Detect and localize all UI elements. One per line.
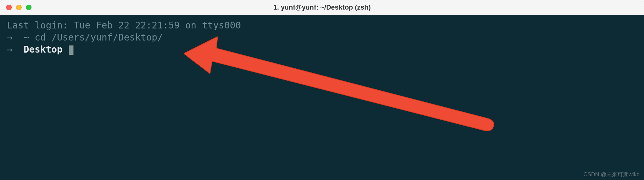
prompt-arrow-icon: → bbox=[7, 32, 12, 43]
window-title: 1. yunf@yunf: ~/Desktop (zsh) bbox=[273, 3, 370, 11]
terminal-window: 1. yunf@yunf: ~/Desktop (zsh) Last login… bbox=[0, 0, 644, 180]
last-login-line: Last login: Tue Feb 22 22:21:59 on ttys0… bbox=[7, 19, 637, 31]
command-line-1: → ~ cd /Users/yunf/Desktop/ bbox=[7, 31, 637, 43]
current-directory: Desktop bbox=[23, 44, 62, 55]
titlebar: 1. yunf@yunf: ~/Desktop (zsh) bbox=[0, 0, 644, 15]
minimize-icon[interactable] bbox=[16, 5, 22, 10]
command-text: cd /Users/yunf/Desktop/ bbox=[35, 32, 163, 43]
terminal-body[interactable]: Last login: Tue Feb 22 22:21:59 on ttys0… bbox=[0, 15, 644, 180]
command-line-2: → Desktop bbox=[7, 43, 637, 55]
maximize-icon[interactable] bbox=[26, 5, 31, 10]
prompt-arrow-icon: → bbox=[7, 44, 12, 55]
traffic-lights bbox=[6, 5, 31, 10]
cursor-icon bbox=[69, 45, 73, 55]
prompt-path: ~ bbox=[23, 32, 29, 43]
watermark: CSDN @未来可期wlkq bbox=[583, 171, 640, 178]
close-icon[interactable] bbox=[6, 5, 12, 10]
